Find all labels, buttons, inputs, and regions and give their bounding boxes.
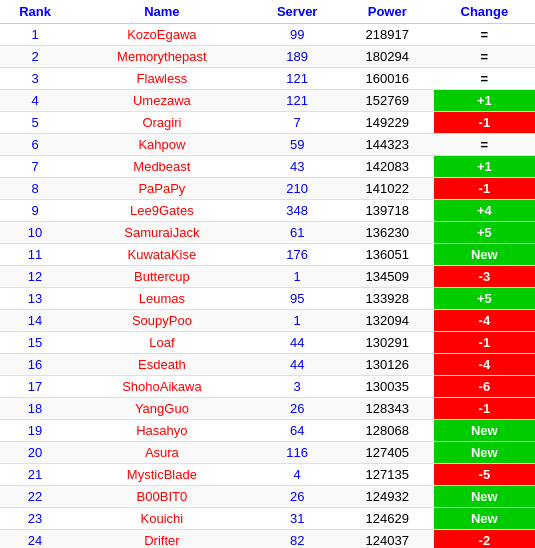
- cell-change: New: [434, 244, 535, 266]
- header-power: Power: [341, 0, 434, 24]
- cell-name: Buttercup: [70, 266, 253, 288]
- cell-power: 132094: [341, 310, 434, 332]
- cell-rank: 13: [0, 288, 70, 310]
- table-header-row: Rank Name Server Power Change: [0, 0, 535, 24]
- cell-name: Esdeath: [70, 354, 253, 376]
- table-row: 22B00BIT026124932New: [0, 486, 535, 508]
- cell-rank: 10: [0, 222, 70, 244]
- cell-name: Kouichi: [70, 508, 253, 530]
- cell-name: Kahpow: [70, 134, 253, 156]
- cell-server: 82: [254, 530, 341, 549]
- table-row: 8PaPaPy210141022-1: [0, 178, 535, 200]
- cell-change: -1: [434, 332, 535, 354]
- cell-name: ShohoAikawa: [70, 376, 253, 398]
- table-row: 10SamuraiJack61136230+5: [0, 222, 535, 244]
- table-row: 7Medbeast43142083+1: [0, 156, 535, 178]
- header-rank: Rank: [0, 0, 70, 24]
- cell-server: 61: [254, 222, 341, 244]
- cell-server: 189: [254, 46, 341, 68]
- cell-server: 26: [254, 398, 341, 420]
- cell-name: PaPaPy: [70, 178, 253, 200]
- cell-rank: 22: [0, 486, 70, 508]
- cell-power: 128343: [341, 398, 434, 420]
- cell-change: -1: [434, 178, 535, 200]
- cell-rank: 1: [0, 24, 70, 46]
- cell-rank: 7: [0, 156, 70, 178]
- table-row: 5Oragiri7149229-1: [0, 112, 535, 134]
- cell-server: 1: [254, 266, 341, 288]
- cell-rank: 11: [0, 244, 70, 266]
- cell-server: 210: [254, 178, 341, 200]
- cell-change: New: [434, 442, 535, 464]
- cell-power: 152769: [341, 90, 434, 112]
- cell-power: 141022: [341, 178, 434, 200]
- cell-rank: 4: [0, 90, 70, 112]
- cell-change: -4: [434, 310, 535, 332]
- cell-server: 1: [254, 310, 341, 332]
- cell-power: 149229: [341, 112, 434, 134]
- cell-server: 44: [254, 354, 341, 376]
- cell-change: -1: [434, 398, 535, 420]
- cell-server: 99: [254, 24, 341, 46]
- cell-server: 95: [254, 288, 341, 310]
- cell-rank: 15: [0, 332, 70, 354]
- cell-rank: 20: [0, 442, 70, 464]
- cell-name: Leumas: [70, 288, 253, 310]
- cell-change: New: [434, 420, 535, 442]
- cell-change: New: [434, 508, 535, 530]
- cell-power: 128068: [341, 420, 434, 442]
- table-row: 19Hasahyo64128068New: [0, 420, 535, 442]
- cell-name: Flawless: [70, 68, 253, 90]
- cell-power: 127135: [341, 464, 434, 486]
- table-row: 9Lee9Gates348139718+4: [0, 200, 535, 222]
- cell-rank: 8: [0, 178, 70, 200]
- table-row: 1KozoEgawa99218917=: [0, 24, 535, 46]
- table-row: 24Drifter82124037-2: [0, 530, 535, 549]
- cell-server: 121: [254, 90, 341, 112]
- table-row: 6Kahpow59144323=: [0, 134, 535, 156]
- cell-power: 139718: [341, 200, 434, 222]
- table-row: 3Flawless121160016=: [0, 68, 535, 90]
- leaderboard-table: Rank Name Server Power Change 1KozoEgawa…: [0, 0, 535, 548]
- cell-power: 136051: [341, 244, 434, 266]
- cell-rank: 12: [0, 266, 70, 288]
- cell-power: 124932: [341, 486, 434, 508]
- cell-name: Oragiri: [70, 112, 253, 134]
- cell-change: -3: [434, 266, 535, 288]
- cell-server: 348: [254, 200, 341, 222]
- cell-name: SoupyPoo: [70, 310, 253, 332]
- table-row: 4Umezawa121152769+1: [0, 90, 535, 112]
- cell-name: KuwataKise: [70, 244, 253, 266]
- cell-server: 116: [254, 442, 341, 464]
- table-row: 18YangGuo26128343-1: [0, 398, 535, 420]
- cell-power: 180294: [341, 46, 434, 68]
- table-row: 23Kouichi31124629New: [0, 508, 535, 530]
- cell-server: 3: [254, 376, 341, 398]
- cell-server: 64: [254, 420, 341, 442]
- cell-name: YangGuo: [70, 398, 253, 420]
- table-row: 12Buttercup1134509-3: [0, 266, 535, 288]
- cell-rank: 3: [0, 68, 70, 90]
- table-row: 21MysticBlade4127135-5: [0, 464, 535, 486]
- cell-change: =: [434, 24, 535, 46]
- cell-server: 26: [254, 486, 341, 508]
- cell-change: -1: [434, 112, 535, 134]
- cell-power: 127405: [341, 442, 434, 464]
- cell-name: Hasahyo: [70, 420, 253, 442]
- table-row: 14SoupyPoo1132094-4: [0, 310, 535, 332]
- cell-change: +5: [434, 222, 535, 244]
- cell-rank: 19: [0, 420, 70, 442]
- cell-power: 124629: [341, 508, 434, 530]
- cell-name: MysticBlade: [70, 464, 253, 486]
- cell-change: =: [434, 46, 535, 68]
- cell-name: Memorythepast: [70, 46, 253, 68]
- cell-server: 7: [254, 112, 341, 134]
- cell-power: 130291: [341, 332, 434, 354]
- cell-rank: 6: [0, 134, 70, 156]
- table-row: 15Loaf44130291-1: [0, 332, 535, 354]
- cell-name: SamuraiJack: [70, 222, 253, 244]
- cell-change: +1: [434, 156, 535, 178]
- cell-name: Drifter: [70, 530, 253, 549]
- cell-rank: 14: [0, 310, 70, 332]
- cell-server: 176: [254, 244, 341, 266]
